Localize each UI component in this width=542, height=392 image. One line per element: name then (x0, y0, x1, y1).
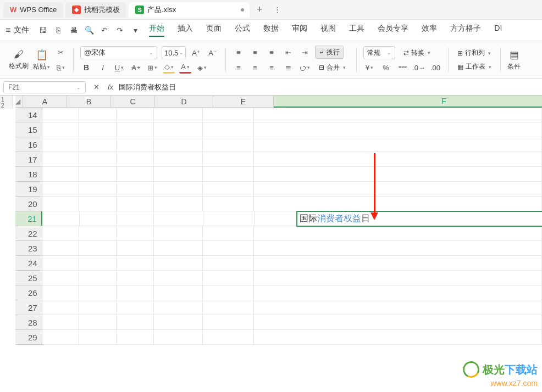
align-center-icon[interactable]: ≡ (249, 61, 261, 74)
cell[interactable] (154, 197, 203, 211)
qat-dropdown-icon[interactable]: ▾ (129, 24, 141, 36)
strikethrough-button[interactable]: A▾ (130, 61, 142, 74)
cell[interactable] (117, 285, 154, 300)
cell[interactable] (117, 137, 154, 152)
paste-button[interactable]: 📋粘贴▾ (33, 49, 50, 71)
cell[interactable] (203, 122, 254, 137)
cell[interactable] (42, 330, 80, 345)
cell[interactable] (203, 137, 254, 152)
cell[interactable] (42, 122, 80, 137)
cell[interactable] (254, 182, 542, 197)
tab-wps-home[interactable]: W WPS Office (3, 2, 63, 18)
cell[interactable] (42, 271, 80, 285)
save-icon[interactable]: 🖫 (37, 24, 49, 36)
cell[interactable] (79, 197, 117, 211)
print-icon[interactable]: 🖶 (68, 24, 80, 36)
preview-icon[interactable]: 🔍 (83, 24, 95, 36)
cell[interactable] (254, 226, 542, 241)
cell[interactable] (203, 315, 254, 330)
cell[interactable] (42, 211, 80, 226)
tab-formula[interactable]: 公式 (235, 24, 250, 37)
cell[interactable] (203, 271, 254, 285)
cell[interactable] (154, 152, 203, 167)
row-header[interactable]: 24 (15, 256, 42, 271)
cell[interactable] (254, 330, 542, 345)
tab-view[interactable]: 视图 (320, 24, 336, 37)
cell[interactable] (254, 137, 542, 152)
tab-ffgz[interactable]: 方方格子 (450, 24, 481, 37)
cell[interactable] (42, 167, 80, 182)
cell[interactable] (117, 330, 154, 345)
cell[interactable] (79, 226, 117, 241)
comma-icon[interactable]: ᵒᵒᵒ (396, 61, 408, 74)
align-bottom-icon[interactable]: ≡ (266, 46, 278, 58)
align-right-icon[interactable]: ≡ (266, 61, 278, 74)
cell[interactable] (203, 330, 254, 345)
cell[interactable] (203, 197, 254, 211)
cell[interactable] (117, 122, 154, 137)
font-name-select[interactable]: @宋体⌄ (80, 46, 157, 59)
name-box[interactable]: F21⌄ (3, 81, 86, 93)
indent-decrease-icon[interactable]: ⇤ (282, 46, 294, 58)
cell[interactable] (203, 211, 255, 226)
tab-data[interactable]: 数据 (263, 24, 279, 37)
cell[interactable] (154, 167, 203, 182)
select-all-corner[interactable]: ◢ (15, 96, 23, 108)
rows-cols-button[interactable]: ⊞行和列▾ (455, 47, 493, 59)
cell[interactable] (42, 256, 80, 271)
underline-button[interactable]: U▾ (113, 61, 125, 74)
cell[interactable] (154, 108, 203, 122)
cell[interactable] (42, 137, 80, 152)
col-header-E[interactable]: E (213, 96, 274, 108)
cell[interactable] (154, 182, 203, 197)
cell[interactable] (117, 211, 154, 226)
cell[interactable] (117, 152, 154, 167)
clear-format-button[interactable]: ◈▾ (196, 61, 208, 74)
bold-button[interactable]: B (80, 61, 92, 74)
selected-cell[interactable]: 国际消费者权益日 (296, 211, 542, 227)
cell[interactable] (117, 315, 154, 330)
cell[interactable] (203, 241, 254, 256)
cell[interactable] (203, 285, 254, 300)
decimal-inc-icon[interactable]: .0→ (413, 61, 425, 74)
row-header[interactable]: 22 (15, 226, 42, 241)
indent-increase-icon[interactable]: ⇥ (298, 46, 311, 58)
cell[interactable] (254, 122, 542, 137)
row-header[interactable]: 20 (15, 197, 42, 211)
cell[interactable] (79, 152, 117, 167)
percent-icon[interactable]: % (380, 61, 392, 74)
fill-color-button[interactable]: ◇▾ (163, 61, 175, 74)
cell[interactable] (117, 241, 154, 256)
cell[interactable] (254, 300, 542, 315)
cell[interactable] (42, 226, 80, 241)
tab-page[interactable]: 页面 (206, 24, 222, 37)
cell[interactable] (79, 167, 117, 182)
sheet-group-tabs[interactable]: 12 (0, 96, 13, 109)
cell[interactable] (42, 300, 80, 315)
row-header[interactable]: 23 (15, 241, 42, 256)
cell[interactable] (79, 182, 117, 197)
format-painter-button[interactable]: 🖌格式刷 (9, 49, 29, 71)
col-header-A[interactable]: A (23, 96, 67, 108)
cell[interactable] (254, 152, 542, 167)
decrease-font-icon[interactable]: A⁻ (207, 47, 219, 59)
cell[interactable] (203, 182, 254, 197)
copy-icon[interactable]: ⎘▾ (54, 61, 67, 74)
cell[interactable] (79, 315, 117, 330)
align-left-icon[interactable]: ≡ (233, 61, 245, 74)
col-header-F[interactable]: F (274, 96, 542, 108)
row-header[interactable]: 15 (15, 122, 42, 137)
increase-font-icon[interactable]: A⁺ (190, 47, 202, 59)
border-button[interactable]: ⊞▾ (146, 61, 158, 74)
tab-insert[interactable]: 插入 (178, 24, 193, 37)
cut-icon[interactable]: ✂ (54, 46, 67, 58)
cell[interactable] (254, 256, 542, 271)
font-color-button[interactable]: A▾ (179, 61, 191, 74)
cell[interactable] (79, 256, 117, 271)
row-header[interactable]: 18 (15, 167, 42, 182)
cell[interactable] (42, 152, 80, 167)
wrap-text-button[interactable]: ⤶换行 (315, 46, 344, 59)
italic-button[interactable]: I (97, 61, 109, 74)
cell[interactable] (203, 167, 254, 182)
cell[interactable] (203, 256, 254, 271)
